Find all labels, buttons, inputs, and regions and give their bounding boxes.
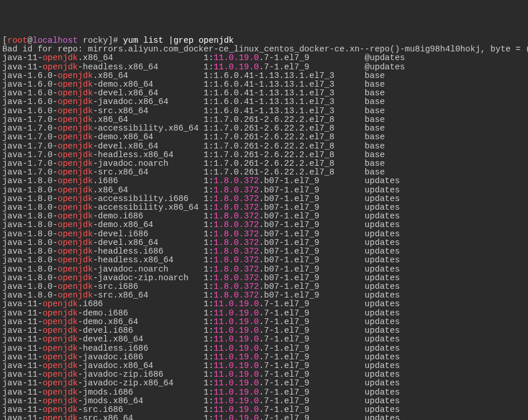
ver-highlight: 11.0.19.0	[214, 309, 259, 318]
package-row: java-11-openjdk-javadoc.x86_64 1:11.0.19…	[2, 362, 526, 370]
package-row: java-1.8.0-openjdk-demo.x86_64 1:1.8.0.3…	[2, 221, 526, 229]
pkg-suffix: -demo.x86_64	[93, 220, 204, 229]
ver-highlight: 11.0.19.0	[214, 53, 259, 62]
ver-prefix: 1:	[204, 299, 213, 309]
pkg-match: openjdk	[43, 53, 78, 62]
package-row: java-11-openjdk-devel.i686 1:11.0.19.0.7…	[2, 326, 526, 335]
ver-prefix: 1:	[204, 229, 213, 239]
ver-prefix: 1:	[204, 370, 213, 379]
ver-suffix: .b07-1.el7_9	[259, 220, 365, 229]
pkg-match: openjdk	[43, 344, 78, 353]
pkg-prefix: java-1.6.0-	[2, 88, 58, 98]
ver-suffix: .b07-1.el7_9	[259, 211, 365, 221]
repo-name: @updates	[365, 62, 405, 72]
ver-suffix: .7-1.el7_9	[259, 361, 365, 370]
repo-name: updates	[365, 317, 400, 326]
pkg-match: openjdk	[43, 396, 78, 406]
pkg-suffix: -src.x86_64	[93, 291, 204, 300]
pkg-suffix: -devel.x86_64	[93, 88, 204, 98]
prompt-at: @	[28, 36, 33, 45]
ver-suffix: .b07-1.el7_9	[259, 176, 365, 185]
ver-highlight: 11.0.19.0	[214, 396, 259, 406]
ver-prefix: 1:	[204, 247, 213, 256]
repo-name: base	[365, 106, 385, 116]
ver-highlight: 11.0.19.0	[214, 361, 259, 370]
ver-suffix: .7-1.el7_9	[259, 299, 365, 309]
pkg-match: openjdk	[58, 159, 93, 168]
ver-prefix: 1:1.6.0.41-1.13.13.1.el7_3	[204, 88, 334, 98]
repo-name: updates	[365, 388, 400, 397]
package-row: java-1.6.0-openjdk-devel.x86_64 1:1.6.0.…	[2, 89, 526, 98]
pkg-prefix: java-1.8.0-	[2, 255, 58, 265]
pkg-prefix: java-1.6.0-	[2, 71, 58, 80]
repo-name: updates	[365, 370, 400, 379]
ver-prefix: 1:	[204, 361, 213, 370]
package-row: java-1.8.0-openjdk-javadoc-zip.noarch 1:…	[2, 274, 526, 283]
package-row: java-1.7.0-openjdk-accessibility.x86_64 …	[2, 124, 526, 133]
ver-highlight: 1.8.0.372	[213, 247, 259, 256]
pkg-prefix: java-1.7.0-	[2, 168, 58, 177]
ver-suffix: .b07-1.el7_9	[259, 203, 365, 212]
pkg-suffix: -src.x86_64	[78, 414, 204, 420]
package-row: java-1.8.0-openjdk-headless.x86_64 1:1.8…	[2, 256, 526, 265]
pkg-match: openjdk	[43, 361, 78, 370]
pkg-match: openjdk	[58, 220, 93, 229]
pkg-suffix: -headless.i686	[93, 247, 204, 256]
pkg-prefix: java-11-	[2, 334, 43, 344]
pkg-suffix: .x86_64	[93, 71, 204, 80]
package-row: java-11-openjdk.x86_64 1:11.0.19.0.7-1.e…	[2, 54, 526, 62]
pkg-suffix: -src.x86_64	[93, 168, 204, 177]
ver-highlight: 11.0.19.0	[214, 62, 259, 72]
repo-name: updates	[365, 238, 400, 247]
pkg-suffix: .x86_64	[78, 53, 204, 62]
ver-suffix	[334, 97, 364, 106]
repo-name: updates	[365, 378, 400, 388]
warning-text: Bad id for repo: mirrors.aliyun.com_dock…	[2, 44, 528, 54]
ver-highlight: 11.0.19.0	[214, 334, 259, 344]
pkg-prefix: java-11-	[2, 396, 43, 406]
ver-prefix: 1:	[204, 291, 213, 300]
pkg-suffix: -devel.x86_64	[78, 334, 204, 344]
pkg-match: openjdk	[58, 124, 93, 133]
pkg-match: openjdk	[58, 185, 93, 195]
pkg-prefix: java-11-	[2, 352, 43, 362]
pkg-suffix: -src.x86_64	[93, 106, 204, 116]
repo-name: updates	[365, 299, 400, 309]
pkg-match: openjdk	[58, 97, 93, 106]
pkg-match: openjdk	[43, 62, 78, 72]
package-row: java-1.8.0-openjdk-devel.x86_64 1:1.8.0.…	[2, 239, 526, 247]
repo-name: base	[365, 159, 385, 168]
pkg-prefix: java-11-	[2, 326, 43, 335]
command-text[interactable]: yum list |grep openjdk	[118, 36, 234, 45]
pkg-match: openjdk	[43, 326, 78, 335]
package-row: java-1.7.0-openjdk-javadoc.noarch 1:1.7.…	[2, 159, 526, 168]
pkg-prefix: java-1.6.0-	[2, 97, 58, 106]
ver-highlight: 11.0.19.0	[214, 378, 259, 388]
repo-name: updates	[365, 405, 400, 414]
pkg-match: openjdk	[58, 194, 93, 203]
terminal-output[interactable]: [root@localhost rocky]# yum list |grep o…	[0, 35, 528, 420]
package-row: java-11-openjdk-demo.i686 1:11.0.19.0.7-…	[2, 309, 526, 318]
package-row: java-1.8.0-openjdk-src.x86_64 1:1.8.0.37…	[2, 291, 526, 300]
ver-prefix: 1:	[204, 273, 213, 283]
pkg-prefix: java-1.8.0-	[2, 265, 58, 274]
pkg-suffix: -devel.x86_64	[93, 238, 204, 247]
ver-suffix: .7-1.el7_9	[259, 344, 365, 353]
pkg-prefix: java-11-	[2, 53, 43, 62]
ver-prefix: 1:	[204, 378, 213, 388]
pkg-suffix: .x86_64	[93, 185, 204, 195]
pkg-suffix: -accessibility.x86_64	[93, 203, 204, 212]
repo-name: updates	[365, 414, 400, 420]
ver-highlight: 1.8.0.372	[213, 255, 259, 265]
ver-suffix: .7-1.el7_9	[259, 414, 365, 420]
ver-highlight: 1.8.0.372	[213, 229, 259, 239]
pkg-match: openjdk	[58, 282, 93, 291]
repo-name: updates	[365, 344, 400, 353]
ver-suffix	[334, 142, 364, 151]
pkg-prefix: java-1.7.0-	[2, 142, 58, 151]
ver-prefix: 1:1.7.0.261-2.6.22.2.el7_8	[204, 159, 334, 168]
package-row: java-11-openjdk-javadoc.i686 1:11.0.19.0…	[2, 353, 526, 362]
ver-highlight: 1.8.0.372	[213, 273, 259, 283]
pkg-prefix: java-1.8.0-	[2, 282, 58, 291]
ver-prefix: 1:	[204, 352, 213, 362]
